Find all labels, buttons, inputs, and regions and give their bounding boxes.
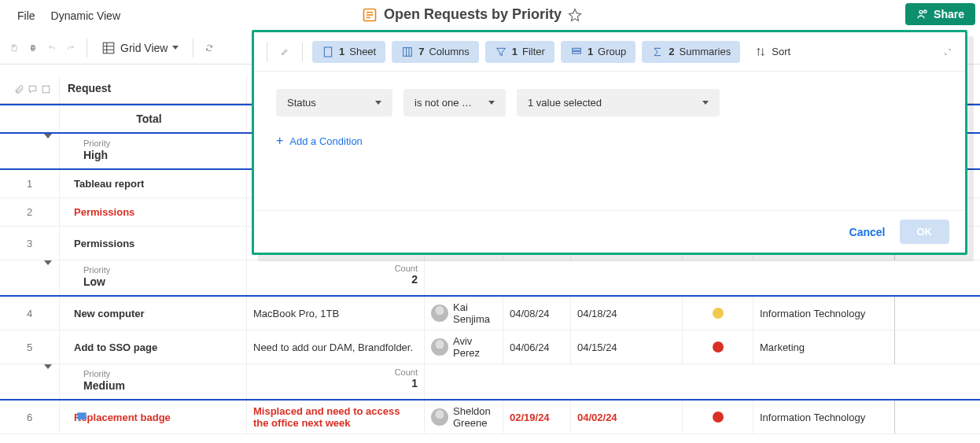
- sort-label: Sort: [772, 46, 790, 57]
- cell-date2[interactable]: 04/15/24: [571, 330, 683, 364]
- sheet-label: Sheet: [349, 46, 376, 57]
- sheet-pill[interactable]: 1 Sheet: [312, 41, 385, 63]
- cell-description[interactable]: MacBook Pro, 1TB: [247, 297, 425, 330]
- sheet-icon: [322, 46, 334, 58]
- group-count: 1: [588, 46, 593, 57]
- people-icon: [916, 8, 929, 20]
- table-row[interactable]: 5 Add to SSO page Need to add our DAM, B…: [0, 330, 980, 364]
- filter-field-select[interactable]: Status: [276, 89, 392, 116]
- table-row[interactable]: 4 New computer MacBook Pro, 1TB Kai Senj…: [0, 297, 980, 330]
- filter-pill[interactable]: 1 Filter: [485, 41, 554, 63]
- row-number: 2: [0, 198, 60, 226]
- group-row[interactable]: Priority Medium Count1: [0, 364, 980, 401]
- comment-indicator-icon[interactable]: [76, 411, 88, 423]
- total-label: Total: [60, 105, 247, 132]
- columns-icon: [401, 46, 414, 58]
- assignee-name: Aviv Perez: [453, 335, 496, 359]
- row-number: 4: [0, 297, 60, 330]
- share-button[interactable]: Share: [905, 3, 975, 25]
- group-pill[interactable]: 1 Group: [561, 41, 636, 63]
- chevron-down-icon: [488, 101, 495, 105]
- sort-pill[interactable]: Sort: [746, 41, 798, 63]
- row-number: 5: [0, 330, 60, 364]
- sigma-icon: [651, 46, 664, 58]
- edit-icon[interactable]: [277, 44, 293, 60]
- star-icon[interactable]: [568, 8, 582, 22]
- svg-rect-10: [103, 42, 114, 54]
- group-icon: [570, 46, 583, 58]
- summaries-label: Summaries: [679, 46, 731, 57]
- redo-icon[interactable]: [63, 40, 79, 56]
- add-condition-button[interactable]: + Add a Condition: [276, 134, 943, 148]
- cell-description[interactable]: Need to add our DAM, Brandfolder.: [247, 330, 425, 364]
- chevron-down-icon: [702, 101, 709, 105]
- table-row[interactable]: 6 Replacement badge Misplaced and need t…: [0, 401, 980, 434]
- expand-icon[interactable]: [940, 44, 956, 60]
- filter-operator-select[interactable]: is not one …: [403, 89, 506, 116]
- menu-dynamic-view[interactable]: Dynamic View: [43, 5, 128, 27]
- cell-date1[interactable]: 02/19/24: [503, 401, 571, 434]
- avatar: [431, 408, 448, 426]
- cell-request[interactable]: Tableau report: [60, 170, 247, 198]
- cell-status[interactable]: [683, 330, 753, 364]
- summaries-pill[interactable]: 2 Summaries: [642, 41, 740, 63]
- undo-icon[interactable]: [44, 40, 60, 56]
- cell-status[interactable]: [683, 297, 753, 330]
- cancel-button[interactable]: Cancel: [849, 226, 886, 238]
- columns-pill[interactable]: 7 Columns: [392, 41, 479, 63]
- group-row[interactable]: Priority Low Count2: [0, 260, 980, 297]
- row-number: 1: [0, 170, 60, 198]
- cell-assignee[interactable]: Sheldon Greene: [425, 401, 503, 434]
- cell-date1[interactable]: 04/06/24: [503, 330, 571, 364]
- cell-date1[interactable]: 04/08/24: [503, 297, 571, 330]
- filter-value-select[interactable]: 1 value selected: [517, 89, 720, 116]
- svg-point-5: [924, 10, 927, 13]
- filter-label: Filter: [522, 46, 545, 57]
- svg-rect-9: [31, 48, 34, 50]
- cell-date2[interactable]: 04/18/24: [571, 297, 683, 330]
- collapse-icon[interactable]: [44, 138, 52, 150]
- cell-description[interactable]: Misplaced and need to access the office …: [247, 401, 425, 434]
- print-icon[interactable]: [25, 40, 41, 56]
- save-icon[interactable]: [6, 40, 22, 56]
- assignee-name: Kai Senjima: [453, 301, 496, 325]
- chevron-down-icon: [375, 101, 381, 105]
- count-label: Count: [253, 367, 418, 377]
- menu-file[interactable]: File: [9, 5, 43, 27]
- filter-value-label: 1 value selected: [528, 97, 602, 109]
- refresh-icon[interactable]: [201, 40, 217, 56]
- sort-icon: [754, 46, 767, 58]
- collapse-icon[interactable]: [44, 369, 52, 381]
- cell-assignee[interactable]: Kai Senjima: [425, 297, 503, 330]
- separator: [267, 42, 267, 61]
- count-value: 1: [411, 377, 418, 389]
- cell-request[interactable]: New computer: [60, 297, 247, 330]
- collapse-icon[interactable]: [44, 265, 52, 277]
- cell-department[interactable]: Information Technology: [753, 401, 895, 434]
- chevron-down-icon: [172, 46, 179, 50]
- cell-department[interactable]: Marketing: [753, 330, 895, 364]
- grid-view-label: Grid View: [120, 42, 168, 54]
- column-header-request[interactable]: Request: [60, 76, 247, 103]
- proof-icon: [41, 84, 51, 94]
- svg-rect-14: [42, 86, 50, 93]
- cell-date2[interactable]: 04/02/24: [571, 401, 683, 434]
- separator: [87, 39, 87, 57]
- attachment-icon: [14, 84, 24, 94]
- filter-count: 1: [512, 46, 518, 57]
- sheet-count: 1: [339, 46, 344, 57]
- group-label: Priority: [83, 369, 110, 378]
- svg-rect-6: [13, 45, 15, 46]
- svg-rect-15: [324, 47, 331, 57]
- cell-request[interactable]: Add to SSO page: [60, 330, 247, 364]
- cell-status[interactable]: [683, 401, 753, 434]
- avatar: [431, 338, 448, 356]
- group-value: High: [83, 149, 108, 161]
- cell-request[interactable]: Permissions: [60, 198, 247, 226]
- grid-view-selector[interactable]: Grid View: [95, 38, 185, 58]
- ok-button[interactable]: OK: [900, 220, 950, 244]
- cell-request[interactable]: Permissions: [60, 227, 247, 260]
- cell-department[interactable]: Information Technology: [753, 297, 895, 330]
- cell-assignee[interactable]: Aviv Perez: [425, 330, 503, 364]
- request-text: Tableau report: [66, 178, 144, 190]
